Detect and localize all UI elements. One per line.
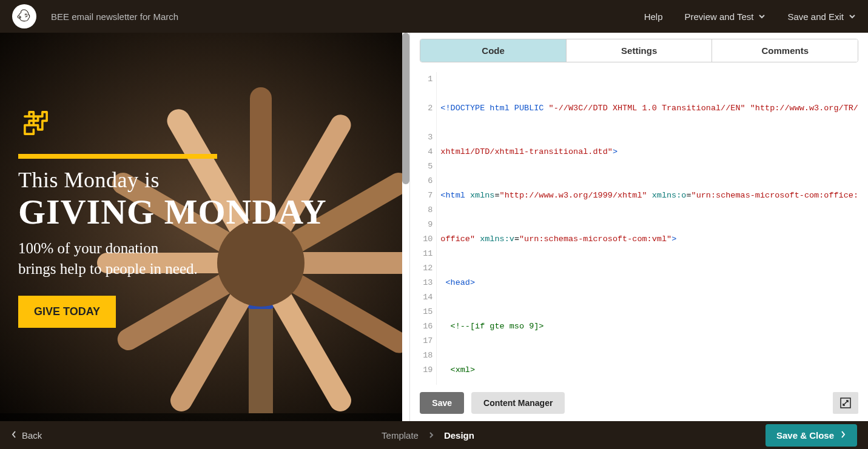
expand-icon <box>839 397 852 409</box>
svg-point-1 <box>25 15 26 16</box>
line-number: 17 <box>420 334 432 348</box>
preview-scroll-thumb[interactable] <box>402 33 409 184</box>
line-number: 14 <box>420 290 432 305</box>
line-number: 7 <box>420 188 432 203</box>
line-number: 19 <box>420 363 432 377</box>
preview-content: This Monday is GIVING MONDAY 100% of you… <box>18 105 327 328</box>
back-link[interactable]: Back <box>11 430 42 441</box>
save-exit-label: Save and Exit <box>787 12 844 22</box>
save-exit-dropdown[interactable]: Save and Exit <box>787 12 856 22</box>
preview-subtitle: 100% of your donation brings help to peo… <box>18 238 327 279</box>
give-today-button[interactable]: GIVE TODAY <box>18 296 116 328</box>
accent-underline <box>18 154 217 159</box>
editor-pane: Code Settings Comments 1 2 3 4 5 6 7 8 9… <box>409 33 868 421</box>
line-number: 15 <box>420 305 432 319</box>
tab-code[interactable]: Code <box>420 39 567 62</box>
mailchimp-icon <box>16 8 33 25</box>
help-link-label: Help <box>644 12 663 22</box>
preview-sub-line2: brings help to people in need. <box>18 261 198 277</box>
line-number: 1 <box>420 72 432 87</box>
code-lines[interactable]: <!DOCTYPE html PUBLIC "-//W3C//DTD XHTML… <box>437 72 858 385</box>
topbar: BEE email newsletter for March Help Prev… <box>0 0 868 33</box>
bottombar: Back Template Design Save & Close <box>0 421 868 449</box>
line-number: 16 <box>420 319 432 334</box>
svg-point-2 <box>27 15 28 16</box>
save-close-button[interactable]: Save & Close <box>765 424 857 447</box>
content-manager-button[interactable]: Content Manager <box>471 392 565 414</box>
code-editor[interactable]: 1 2 3 4 5 6 7 8 9 10 11 12 13 14 15 16 1… <box>420 72 858 385</box>
preview-pane: This Monday is GIVING MONDAY 100% of you… <box>0 33 409 421</box>
line-number: 18 <box>420 348 432 363</box>
mailchimp-logo[interactable] <box>12 4 36 28</box>
breadcrumb-design: Design <box>444 430 474 441</box>
line-number: 5 <box>420 159 432 174</box>
chevron-right-icon <box>840 430 846 441</box>
line-number: 9 <box>420 218 432 232</box>
preview-test-label: Preview and Test <box>684 12 753 22</box>
line-number: 2 <box>420 101 432 116</box>
help-link[interactable]: Help <box>644 12 663 22</box>
line-number: 8 <box>420 203 432 218</box>
preview-title: This Monday is <box>18 167 327 193</box>
main: This Monday is GIVING MONDAY 100% of you… <box>0 33 868 421</box>
preview-headline: GIVING MONDAY <box>18 194 327 231</box>
tab-comments[interactable]: Comments <box>712 39 858 62</box>
editor-footer: Save Content Manager <box>410 385 868 421</box>
preview-test-dropdown[interactable]: Preview and Test <box>684 12 765 22</box>
chevron-right-icon <box>428 430 434 441</box>
line-number: 10 <box>420 232 432 247</box>
save-close-label: Save & Close <box>776 430 834 441</box>
line-number: 11 <box>420 247 432 261</box>
line-number: 3 <box>420 130 432 145</box>
chevron-down-icon <box>758 12 765 22</box>
breadcrumb-template[interactable]: Template <box>382 430 419 441</box>
editor-tabs: Code Settings Comments <box>420 39 858 62</box>
chevron-left-icon <box>11 430 17 441</box>
breadcrumb: Template Design <box>382 430 474 441</box>
line-number: 6 <box>420 174 432 188</box>
line-number: 4 <box>420 145 432 159</box>
preview-scrollbar[interactable] <box>402 33 409 421</box>
back-label: Back <box>22 430 42 441</box>
line-gutter: 1 2 3 4 5 6 7 8 9 10 11 12 13 14 15 16 1… <box>420 72 437 385</box>
hands-together-icon <box>18 105 327 143</box>
line-number: 12 <box>420 261 432 276</box>
save-button[interactable]: Save <box>420 392 464 414</box>
tab-settings[interactable]: Settings <box>567 39 713 62</box>
line-number: 13 <box>420 276 432 290</box>
expand-button[interactable] <box>833 392 858 414</box>
chevron-down-icon <box>849 12 856 22</box>
preview-sub-line1: 100% of your donation <box>18 240 158 256</box>
project-title: BEE email newsletter for March <box>51 12 178 22</box>
